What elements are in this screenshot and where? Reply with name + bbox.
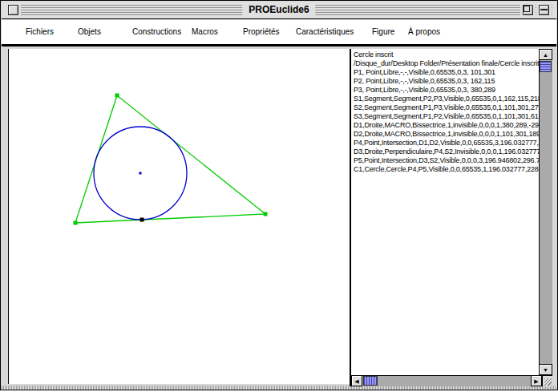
figure-description-panel: Cercle inscrit /Disque_dur/Desktop Folde… — [350, 49, 552, 386]
menu-figure[interactable]: Figure — [372, 27, 394, 36]
scroll-up-icon[interactable]: ▲ — [539, 49, 552, 60]
figure-name: Cercle inscrit — [354, 51, 539, 59]
object-line-d3: D3,Droite,Perpendiculaire,P4,S2,Invisibl… — [354, 148, 539, 156]
point-p3-marker[interactable] — [264, 212, 268, 216]
menu-macros[interactable]: Macros — [192, 27, 218, 36]
description-text: Cercle inscrit /Disque_dur/Desktop Folde… — [351, 49, 539, 375]
geometry-canvas[interactable] — [8, 49, 350, 384]
window-title: PROEuclide6 — [242, 4, 315, 15]
menu-proprietes[interactable]: Propriétés — [243, 27, 280, 36]
object-line-d2: D2,Droite,MACRO,Bissectrice,1,invisible,… — [354, 130, 539, 139]
menu-constructions[interactable]: Constructions — [132, 27, 181, 36]
content-area: Cercle inscrit /Disque_dur/Desktop Folde… — [2, 49, 556, 390]
tangent-p5-marker[interactable] — [140, 218, 144, 222]
menu-bar: Fichiers Objets Constructions Macros Pro… — [2, 20, 556, 46]
object-line-s3: S3,Segment,Segment,P1,P2,Visible,0,65535… — [354, 112, 539, 121]
title-bar[interactable]: PROEuclide6 — [2, 2, 556, 19]
object-line-p3: P3, Point,Libre,-,-,Visible,0,65535,0,3,… — [354, 86, 539, 95]
horizontal-scroll-thumb[interactable] — [363, 376, 378, 386]
object-line-c1: C1,Cercle,Cercle,P4,P5,Visible,0,0,65535… — [354, 165, 539, 174]
menu-a-propos[interactable]: À propos — [408, 27, 440, 36]
collapse-box-icon[interactable] — [539, 5, 549, 15]
scroll-down-icon[interactable]: ▼ — [539, 364, 552, 375]
object-line-p4: P4,Point,Intersection,D1,D2,Visible,0,0,… — [354, 139, 539, 148]
scroll-right-icon[interactable]: ▶ — [531, 375, 542, 386]
object-line-s2: S2,Segment,Segment,P1,P3,Visible,0,65535… — [354, 103, 539, 112]
horizontal-scrollbar[interactable]: ◀ ▶ — [351, 375, 542, 386]
menu-objets[interactable]: Objets — [78, 27, 101, 36]
close-box-icon[interactable] — [8, 5, 18, 15]
vertical-scroll-thumb[interactable] — [540, 61, 552, 72]
object-line-p1: P1, Point,Libre,-,-,Visible,0,65535,0,3,… — [354, 68, 539, 77]
triangle-p1p2p3[interactable] — [75, 95, 265, 223]
app-window: PROEuclide6 Fichiers Objets Construction… — [0, 0, 558, 390]
point-p1-marker[interactable] — [74, 221, 78, 225]
object-line-p5: P5,Point,Intersection,D3,S2,Visible,0,0,… — [354, 156, 539, 165]
object-line-d1: D1,Droite,MACRO,Bissectrice,1,invisible,… — [354, 121, 539, 130]
object-line-s1: S1,Segment,Segment,P2,P3,Visible,0,65535… — [354, 95, 539, 103]
point-p2-marker[interactable] — [115, 94, 119, 98]
resize-grip-icon[interactable] — [542, 375, 552, 386]
scroll-left-icon[interactable]: ◀ — [351, 375, 362, 386]
vertical-scrollbar[interactable]: ▲ ▼ — [539, 49, 552, 375]
menu-fichiers[interactable]: Fichiers — [26, 27, 54, 36]
geometry-svg[interactable] — [9, 49, 350, 384]
incenter-p4-marker[interactable] — [140, 172, 142, 175]
menu-caracteristiques[interactable]: Caractéristiques — [296, 27, 354, 36]
zoom-box-icon[interactable] — [523, 5, 533, 15]
figure-file-path: /Disque_dur/Desktop Folder/Présentation … — [354, 59, 539, 68]
object-line-p2: P2, Point,Libre,-,-,Visible,0,65535,0,3,… — [354, 77, 539, 86]
